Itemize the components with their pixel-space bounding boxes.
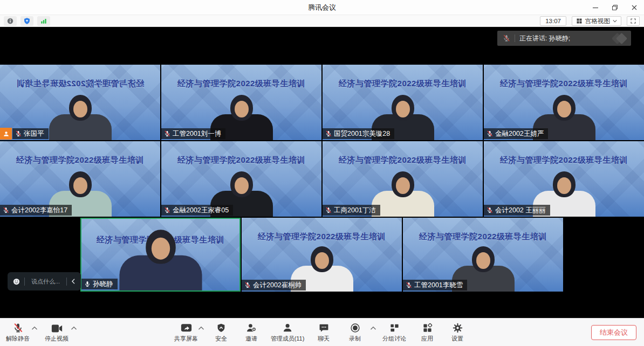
video-options-chevron[interactable] [71,326,77,331]
name-label: 工管2001李晓雪 [403,280,467,290]
restore-button[interactable] [605,0,625,15]
end-meeting-button[interactable]: 结束会议 [591,325,636,340]
meeting-status-icons [4,16,50,26]
settings-button[interactable]: 设置 [451,322,463,343]
invite-button[interactable]: 邀请 [245,322,257,343]
mic-muted-icon [487,130,493,137]
stop-video-button[interactable]: 停止视频 [45,322,68,343]
tencent-meeting-window: 腾讯会议 13:07 [0,0,644,346]
mic-muted-icon [503,34,510,42]
bottom-toolbar: 解除静音 停止视频 共享屏幕 安全 邀请 管理成员(11) 聊天 [0,318,644,346]
participant-name: 会计2002李嘉怡17 [11,206,67,215]
participant-name: 金融2002王家睿05 [173,206,229,215]
apps-button[interactable]: 应用 [421,322,433,343]
person-icon [3,130,10,137]
share-screen-button[interactable]: 共享屏幕 [174,322,198,343]
participant-name: 金融2002王婧严 [495,129,544,139]
participant-name: 孙晓静 [93,280,113,289]
mic-muted-icon [487,207,493,213]
participant-name: 工管2001刘一博 [173,129,221,139]
layout-switcher[interactable]: 宫格视图 [572,16,621,26]
security-shield-icon [216,323,226,333]
minimize-button[interactable] [586,0,605,15]
record-button[interactable]: 录制 [349,322,361,343]
network-signal-button[interactable] [37,16,50,26]
tile-banner: 经济与管理学院2022级班导生培训 [161,79,321,89]
video-tile[interactable]: 经济与管理学院2022级班导生培训 会计2002 王丽丽 [484,141,644,217]
participant-name: 工商2001丁洁 [334,206,376,215]
time-text: 13:07 [545,18,561,24]
view-controls: 13:07 宫格视图 [540,16,640,26]
mic-muted-icon [3,207,9,213]
collapse-chevron-icon[interactable] [71,278,76,285]
participant-silhouette [372,171,434,217]
video-tile-speaking[interactable]: 经济与管理学院2022级班导生培训 孙晓静 [80,218,241,292]
participant-name: 工管2001李晓雪 [414,281,463,290]
window-title: 腾讯会议 [0,0,644,15]
record-options-chevron[interactable] [370,326,376,331]
emoji-icon[interactable] [12,278,20,286]
grid-view-icon [576,18,583,24]
fullscreen-button[interactable] [627,16,640,26]
info-icon [6,17,14,25]
video-tile[interactable]: 经济与管理学院2022级班导生培训 金融2002王家睿05 [161,141,321,217]
video-stage: 正在讲话: 孙晓静; 经济与管理学院2022级班导生培训 张国平 经济与管理学院… [0,27,644,318]
unmute-button[interactable]: 解除静音 [6,322,30,343]
chat-input-placeholder[interactable]: 说点什么... [29,278,63,286]
window-controls [586,0,644,15]
video-tile[interactable]: 经济与管理学院2022级班导生培训 国贸2001宗美璇28 [323,65,483,140]
participant-silhouette [49,95,112,140]
chat-quick-input: 说点什么... [8,272,81,290]
video-tile[interactable]: 经济与管理学院2022级班导生培训 会计2002李嘉怡17 [0,141,160,217]
manage-members-button[interactable]: 管理成员(11) [271,322,305,343]
participant-name: 国贸2001宗美璇28 [334,129,390,139]
meeting-info-button[interactable] [4,16,17,26]
divider [66,278,67,286]
video-tile[interactable]: 经济与管理学院2022级班导生培训 张国平 [0,65,160,140]
participant-silhouette [119,230,202,292]
video-tile[interactable]: 经济与管理学院2022级班导生培训 金融2002王婧严 [484,65,644,140]
name-label: 工商2001丁洁 [323,205,380,216]
tile-banner: 经济与管理学院2022级班导生培训 [161,155,321,165]
chat-button[interactable]: 聊天 [318,322,330,343]
record-label: 录制 [349,335,361,343]
security-button[interactable]: 安全 [215,322,227,343]
chat-label: 聊天 [318,335,330,343]
close-button[interactable] [625,0,644,15]
share-screen-icon [181,323,192,333]
security-label: 安全 [215,335,227,343]
tile-banner: 经济与管理学院2022级班导生培训 [484,79,644,89]
mic-active-icon [84,281,91,287]
restore-icon [612,4,618,11]
settings-gear-icon [453,323,463,333]
mic-muted-icon [164,207,170,213]
tile-banner: 经济与管理学院2022级班导生培训 [403,232,563,242]
stop-video-label: 停止视频 [45,335,68,343]
unmute-label: 解除静音 [6,335,30,343]
speaking-notification: 正在讲话: 孙晓静; [497,31,631,46]
mic-options-chevron[interactable] [31,326,38,331]
invite-person-icon [246,323,257,333]
apps-label: 应用 [421,335,433,343]
share-options-chevron[interactable] [198,326,204,331]
tile-banner: 经济与管理学院2022级班导生培训 [323,155,483,165]
chevron-down-icon [613,19,617,23]
breakout-rooms-label: 分组讨论 [382,335,406,343]
chat-bubble-icon [319,323,329,333]
security-shield-button[interactable] [20,16,33,26]
participant-name: 会计2002 王丽丽 [495,206,546,215]
record-icon [350,323,360,333]
divider [24,278,25,286]
video-tile[interactable]: 经济与管理学院2022级班导生培训 工商2001丁洁 [323,141,483,217]
video-tile[interactable]: 经济与管理学院2022级班导生培训 工管2001刘一博 [161,65,321,140]
speaking-text: 正在讲话: 孙晓静; [519,34,613,43]
tile-banner: 经济与管理学院2022级班导生培训 [0,79,160,89]
name-label: 国贸2001宗美璇28 [323,128,394,139]
signal-bars-icon [40,17,47,25]
video-tile[interactable]: 经济与管理学院2022级班导生培训 工管2001李晓雪 [403,218,563,292]
invite-label: 邀请 [245,335,257,343]
meeting-time[interactable]: 13:07 [540,16,566,26]
video-tile[interactable]: 经济与管理学院2022级班导生培训 会计2002崔桐帅 [242,218,402,292]
end-meeting-label: 结束会议 [600,328,628,337]
breakout-rooms-button[interactable]: 分组讨论 [382,322,406,343]
